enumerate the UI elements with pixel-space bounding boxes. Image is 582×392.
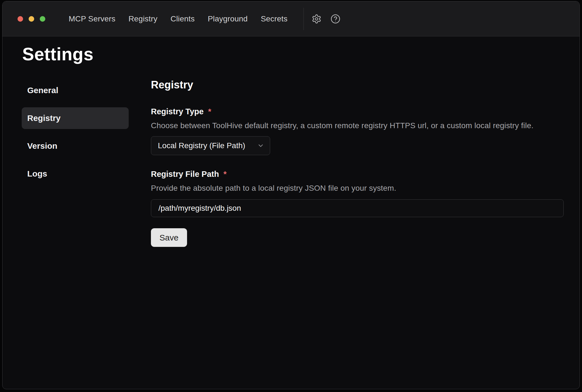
registry-file-path-label-row: Registry File Path * bbox=[151, 170, 564, 179]
gear-icon[interactable] bbox=[312, 14, 322, 24]
nav-item-registry[interactable]: Registry bbox=[128, 14, 157, 23]
help-circle-icon[interactable] bbox=[330, 14, 340, 24]
registry-type-select[interactable]: Local Registry (File Path) bbox=[151, 136, 270, 155]
app-window: MCP Servers Registry Clients Playground … bbox=[2, 1, 580, 389]
registry-type-selected-value: Local Registry (File Path) bbox=[158, 141, 245, 150]
registry-file-path-input[interactable] bbox=[151, 199, 564, 217]
sidebar-item-label: Registry bbox=[27, 113, 61, 123]
titlebar-divider bbox=[304, 8, 304, 30]
sidebar-item-label: General bbox=[27, 86, 58, 95]
nav-item-mcp-servers[interactable]: MCP Servers bbox=[69, 14, 115, 23]
nav-item-clients[interactable]: Clients bbox=[170, 14, 195, 23]
minimize-window-button[interactable] bbox=[29, 16, 34, 22]
zoom-window-button[interactable] bbox=[40, 16, 45, 22]
registry-type-label-row: Registry Type * bbox=[151, 107, 564, 116]
registry-file-path-label: Registry File Path bbox=[151, 170, 219, 179]
page-title: Settings bbox=[22, 44, 579, 65]
save-button[interactable]: Save bbox=[151, 228, 187, 247]
titlebar: MCP Servers Registry Clients Playground … bbox=[3, 1, 579, 36]
registry-settings-panel: Registry Registry Type * Choose between … bbox=[151, 78, 564, 247]
nav-item-playground[interactable]: Playground bbox=[208, 14, 248, 23]
settings-sidebar: General Registry Version Logs bbox=[22, 80, 129, 191]
required-asterisk: * bbox=[223, 170, 227, 179]
titlebar-icons bbox=[312, 14, 340, 24]
sidebar-item-version[interactable]: Version bbox=[22, 135, 129, 157]
settings-page: Settings General Registry Version Logs bbox=[3, 36, 579, 247]
close-window-button[interactable] bbox=[18, 16, 23, 22]
sidebar-item-registry[interactable]: Registry bbox=[22, 107, 129, 129]
required-asterisk: * bbox=[208, 107, 211, 116]
nav-item-secrets[interactable]: Secrets bbox=[261, 14, 287, 23]
sidebar-item-logs[interactable]: Logs bbox=[22, 163, 129, 185]
sidebar-item-label: Version bbox=[27, 141, 57, 151]
window-controls bbox=[18, 16, 45, 22]
top-nav: MCP Servers Registry Clients Playground … bbox=[69, 14, 287, 23]
chevron-down-icon bbox=[257, 142, 264, 149]
registry-type-description: Choose between ToolHive default registry… bbox=[151, 121, 564, 130]
section-heading: Registry bbox=[151, 78, 564, 92]
sidebar-item-general[interactable]: General bbox=[22, 80, 129, 101]
registry-file-path-description: Provide the absolute path to a local reg… bbox=[151, 184, 564, 193]
sidebar-item-label: Logs bbox=[27, 169, 47, 178]
registry-type-label: Registry Type bbox=[151, 107, 204, 116]
